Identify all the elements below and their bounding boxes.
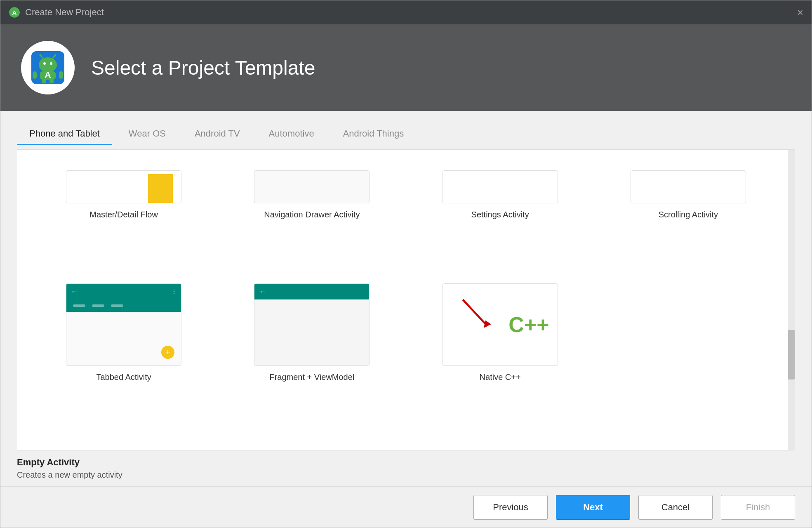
template-label: Navigation Drawer Activity	[264, 210, 360, 219]
cancel-button[interactable]: Cancel	[638, 495, 713, 520]
window: A Create New Project ×	[0, 0, 812, 528]
android-studio-icon: A	[9, 7, 20, 18]
header-section: A Select a Project Template	[0, 24, 812, 111]
template-thumbnail: ←	[254, 283, 370, 366]
template-label: Scrolling Activity	[659, 210, 718, 219]
window-title: Create New Project	[25, 7, 104, 18]
close-button[interactable]: ×	[797, 7, 803, 18]
template-label: Native C++	[480, 372, 521, 382]
next-button[interactable]: Next	[556, 495, 630, 520]
svg-point-4	[43, 62, 46, 65]
list-item[interactable]: Master/Detail Flow	[30, 162, 218, 275]
header-logo: A	[21, 41, 75, 94]
list-item[interactable]: ← Fragment + ViewModel	[218, 275, 406, 438]
svg-point-7	[40, 54, 42, 57]
svg-point-5	[50, 62, 52, 65]
template-thumbnail	[254, 170, 370, 203]
main-content: Phone and Tablet Wear OS Android TV Auto…	[0, 111, 812, 486]
list-item[interactable]: Settings Activity	[406, 162, 594, 275]
tab-android-tv[interactable]: Android TV	[182, 123, 252, 145]
status-description: Creates a new empty activity	[17, 470, 795, 480]
list-item[interactable]: Navigation Drawer Activity	[218, 162, 406, 275]
svg-rect-14	[59, 71, 63, 79]
list-item	[594, 275, 782, 438]
template-thumbnail	[66, 170, 181, 203]
svg-rect-13	[33, 71, 37, 79]
previous-button[interactable]: Previous	[473, 495, 548, 520]
title-bar: A Create New Project ×	[0, 0, 812, 24]
template-thumbnail	[631, 170, 746, 203]
template-label: Fragment + ViewModel	[269, 372, 354, 382]
template-thumbnail	[442, 170, 558, 203]
finish-button[interactable]: Finish	[721, 495, 795, 520]
template-label: Tabbed Activity	[96, 372, 151, 382]
template-area: Master/Detail Flow Navigation Drawer Act…	[0, 145, 812, 450]
status-title: Empty Activity	[17, 457, 795, 468]
svg-text:A: A	[12, 9, 17, 16]
scrollbar[interactable]	[788, 150, 795, 450]
footer: Previous Next Cancel Finish	[0, 486, 812, 528]
cpp-arrow-icon	[455, 292, 501, 337]
svg-line-16	[463, 299, 487, 326]
header-title: Select a Project Template	[91, 57, 315, 79]
scrollbar-thumb[interactable]	[788, 330, 795, 380]
template-thumbnail: C++	[442, 283, 558, 366]
template-thumbnail: ← ⋮	[66, 283, 181, 366]
tab-android-things[interactable]: Android Things	[331, 123, 417, 145]
android-studio-logo: A	[29, 49, 66, 86]
tabs-bar: Phone and Tablet Wear OS Android TV Auto…	[0, 111, 812, 145]
tab-phone-tablet[interactable]: Phone and Tablet	[17, 123, 112, 145]
list-item[interactable]: ← ⋮	[30, 275, 218, 438]
tab-wear-os[interactable]: Wear OS	[116, 123, 178, 145]
svg-text:A: A	[45, 70, 51, 80]
template-label: Master/Detail Flow	[89, 210, 158, 219]
list-item[interactable]: Scrolling Activity	[594, 162, 782, 275]
svg-marker-17	[483, 321, 491, 328]
status-bar: Empty Activity Creates a new empty activ…	[0, 450, 812, 486]
tab-automotive[interactable]: Automotive	[257, 123, 327, 145]
template-grid-container: Master/Detail Flow Navigation Drawer Act…	[17, 149, 795, 450]
template-grid: Master/Detail Flow Navigation Drawer Act…	[17, 150, 795, 450]
svg-point-9	[54, 54, 56, 57]
template-label: Settings Activity	[471, 210, 529, 219]
list-item[interactable]: C++ Native C++	[406, 275, 594, 438]
